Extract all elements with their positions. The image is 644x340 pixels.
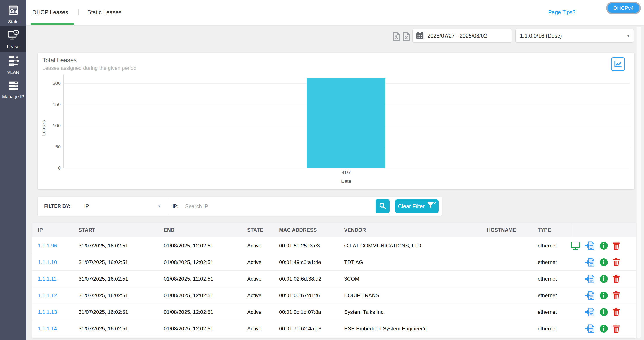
date-range-input[interactable] xyxy=(427,32,506,39)
header-actions-separator xyxy=(573,224,573,236)
ip-link[interactable]: 1.1.1.12 xyxy=(38,287,57,304)
convert-to-static-icon[interactable] xyxy=(585,291,595,300)
ip-link[interactable]: 1.1.1.14 xyxy=(38,320,57,337)
ip-link[interactable]: 1.1.1.96 xyxy=(38,237,57,254)
sidebar-item-label: Stats xyxy=(8,19,18,24)
remote-session-icon[interactable] xyxy=(571,241,580,250)
subnet-selector[interactable]: 1.1.0.0/16 (Desc) ▾ xyxy=(515,29,634,42)
y-axis-label: Leases xyxy=(41,107,47,136)
tab-divider: | xyxy=(78,8,79,16)
delete-icon[interactable] xyxy=(612,291,620,300)
convert-to-static-icon[interactable] xyxy=(585,274,595,284)
convert-to-static-icon[interactable] xyxy=(585,241,595,251)
y-tick-label: 100 xyxy=(38,123,61,129)
column-header-state: STATE xyxy=(247,223,263,237)
column-header-end: END xyxy=(164,223,174,237)
page-tips-link[interactable]: Page Tips? xyxy=(548,0,576,24)
state-cell: Active xyxy=(247,287,262,304)
export-pdf-icon[interactable] xyxy=(393,32,400,41)
manage-ip-icon xyxy=(8,81,19,92)
lease-end-cell: 01/08/2025, 12:02:51 xyxy=(164,287,213,304)
delete-icon[interactable] xyxy=(612,258,620,267)
date-range-picker[interactable] xyxy=(412,29,512,42)
type-cell: ethernet xyxy=(538,254,557,270)
mac-address-cell: 00:01:00:67:d1:f6 xyxy=(279,287,320,304)
dhcp-version-badge[interactable]: DHCPv4 xyxy=(606,2,641,14)
y-tick-label: 50 xyxy=(38,144,61,150)
lease-start-cell: 31/07/2025, 16:02:51 xyxy=(78,287,128,304)
export-xls-icon[interactable] xyxy=(403,32,410,41)
vertical-scrollbar[interactable] xyxy=(636,27,641,338)
lease-start-cell: 31/07/2025, 16:02:51 xyxy=(78,271,128,287)
sidebar-item-lease[interactable]: Lease xyxy=(0,26,26,52)
tab-label: DHCP Leases xyxy=(32,9,68,16)
vendor-cell: GILAT COMMUNICATIONS, LTD. xyxy=(344,237,423,254)
info-icon[interactable] xyxy=(600,325,608,333)
sidebar-item-manage-ip[interactable]: Manage IP xyxy=(0,77,26,103)
convert-to-static-icon[interactable] xyxy=(585,307,595,317)
ip-link[interactable]: 1.1.1.10 xyxy=(38,254,57,270)
row-actions xyxy=(573,237,636,254)
info-icon[interactable] xyxy=(600,291,608,300)
tab-label: Static Leases xyxy=(87,9,122,16)
lease-start-cell: 31/07/2025, 16:02:51 xyxy=(78,304,128,320)
info-icon[interactable] xyxy=(600,258,608,267)
sidebar-item-stats[interactable]: Stats xyxy=(0,2,26,26)
y-tick-label: 0 xyxy=(38,165,61,171)
subnet-selector-value: 1.1.0.0/16 (Desc) xyxy=(520,33,627,39)
calendar-icon xyxy=(416,31,424,40)
sidebar-item-label: VLAN xyxy=(7,70,19,75)
delete-icon[interactable] xyxy=(612,308,620,317)
type-cell: ethernet xyxy=(538,287,557,304)
ip-link[interactable]: 1.1.1.13 xyxy=(38,304,57,320)
row-actions xyxy=(573,287,636,304)
info-icon[interactable] xyxy=(600,308,608,316)
lease-end-cell: 01/08/2025, 12:02:51 xyxy=(164,320,213,337)
clear-filter-button[interactable]: Clear Filter xyxy=(395,199,438,213)
sidebar-item-vlan[interactable]: VLAN xyxy=(0,52,26,77)
vendor-cell: TDT AG xyxy=(344,254,363,270)
delete-icon[interactable] xyxy=(612,241,620,250)
sidebar-item-label: Manage IP xyxy=(2,94,24,99)
active-tab-underline xyxy=(31,23,74,25)
vendor-cell: 3COM xyxy=(344,271,359,287)
sidebar: Stats Lease xyxy=(0,0,26,340)
stats-icon xyxy=(8,4,19,17)
delete-icon[interactable] xyxy=(612,324,620,333)
column-header-type: TYPE xyxy=(538,223,551,237)
delete-icon[interactable] xyxy=(612,275,620,283)
search-button[interactable] xyxy=(376,199,390,213)
chevron-down-icon[interactable]: ▾ xyxy=(158,197,160,216)
total-leases-chart-card: Total Leases Leases assigned during the … xyxy=(38,53,634,189)
clear-filter-label: Clear Filter xyxy=(398,203,424,210)
state-cell: Active xyxy=(247,304,262,320)
x-axis-label: Date xyxy=(329,179,364,184)
tab-static-leases[interactable]: Static Leases xyxy=(87,0,122,24)
mac-address-cell: 00:01:50:25:f3:e3 xyxy=(279,237,320,254)
search-icon xyxy=(379,202,386,210)
lease-end-cell: 01/08/2025, 12:02:51 xyxy=(164,271,213,287)
filter-by-select[interactable]: IP xyxy=(84,197,165,216)
row-actions xyxy=(573,320,636,337)
tab-dhcp-leases[interactable]: DHCP Leases xyxy=(32,0,68,24)
ip-link[interactable]: 1.1.1.11 xyxy=(38,271,56,287)
lease-end-cell: 01/08/2025, 12:02:51 xyxy=(164,254,213,270)
convert-to-static-icon[interactable] xyxy=(585,324,595,334)
type-cell: ethernet xyxy=(538,271,557,287)
info-icon[interactable] xyxy=(600,242,608,250)
mac-address-cell: 00:01:0c:1d:07:8a xyxy=(279,304,321,320)
row-actions xyxy=(573,271,636,287)
table-body: 1.1.1.96 31/07/2025, 16:02:51 01/08/2025… xyxy=(32,237,636,337)
table-row: 1.1.1.11 31/07/2025, 16:02:51 01/08/2025… xyxy=(32,271,636,287)
info-icon[interactable] xyxy=(600,275,608,283)
dhcp-leases-page: Stats Lease xyxy=(0,0,644,340)
row-actions xyxy=(573,304,636,320)
table-row: 1.1.1.96 31/07/2025, 16:02:51 01/08/2025… xyxy=(32,237,636,254)
leases-table: IP START END STATE MAC ADDRESS VENDOR HO… xyxy=(32,223,636,338)
table-row: 1.1.1.13 31/07/2025, 16:02:51 01/08/2025… xyxy=(32,304,636,320)
convert-to-static-icon[interactable] xyxy=(585,258,595,267)
search-ip-input[interactable] xyxy=(185,200,365,213)
lease-icon xyxy=(7,29,20,42)
table-row: 1.1.1.10 31/07/2025, 16:02:51 01/08/2025… xyxy=(32,254,636,271)
filter-field-label: IP: xyxy=(172,197,179,216)
